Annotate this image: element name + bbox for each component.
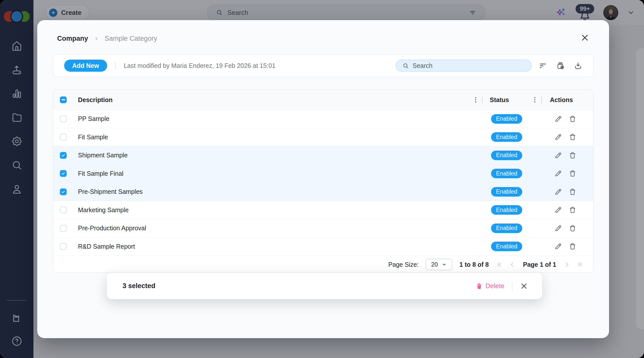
- page-size-select[interactable]: 20: [426, 259, 452, 270]
- row-checkbox[interactable]: [60, 225, 67, 232]
- next-page-button[interactable]: [563, 261, 571, 268]
- description-column-menu[interactable]: [472, 90, 479, 110]
- edit-row-button[interactable]: [554, 224, 562, 232]
- delete-row-button[interactable]: [569, 242, 577, 250]
- toolbar: Add New Last modified by Maria Enderez, …: [53, 54, 594, 77]
- app-window: + Create Search 99+: [0, 0, 644, 358]
- delete-row-button[interactable]: [569, 224, 577, 232]
- status-badge: Enabled: [491, 151, 522, 160]
- row-actions: [554, 219, 577, 237]
- trash-icon: [569, 169, 577, 177]
- edit-row-button[interactable]: [554, 115, 562, 123]
- modal-close-button[interactable]: [580, 33, 589, 42]
- breadcrumb: Company Sample Category: [57, 35, 157, 42]
- trash-icon: [569, 133, 577, 141]
- breadcrumb-company[interactable]: Company: [57, 35, 88, 42]
- previous-page-button[interactable]: [508, 261, 516, 268]
- row-description: Fit Sample: [78, 128, 108, 146]
- row-actions: [554, 146, 577, 164]
- add-new-button[interactable]: Add New: [64, 60, 107, 72]
- delete-row-button[interactable]: [569, 169, 577, 177]
- pencil-icon: [554, 169, 562, 177]
- row-description: Pre-Shipment Samples: [78, 183, 143, 201]
- table-search[interactable]: [396, 60, 532, 72]
- pencil-icon: [554, 133, 562, 141]
- pencil-icon: [554, 188, 562, 196]
- row-range-text: 1 to 8 of 8: [459, 261, 489, 268]
- table-row[interactable]: Pre-Production Approval Enabled: [53, 219, 593, 238]
- row-checkbox[interactable]: [60, 134, 67, 141]
- edit-row-button[interactable]: [554, 188, 562, 196]
- trash-icon: [569, 115, 577, 123]
- check-icon: [61, 153, 66, 158]
- row-checkbox[interactable]: [60, 243, 67, 250]
- row-actions: [554, 201, 577, 219]
- download-icon: [574, 61, 582, 70]
- column-header-actions: Actions: [550, 90, 573, 110]
- table-row[interactable]: PP Sample Enabled: [53, 110, 593, 128]
- delete-row-button[interactable]: [569, 115, 577, 123]
- indeterminate-mark: [62, 99, 65, 100]
- status-column-menu[interactable]: [531, 90, 539, 110]
- breadcrumb-current: Sample Category: [105, 35, 157, 42]
- edit-row-button[interactable]: [554, 151, 562, 159]
- delete-row-button[interactable]: [569, 133, 577, 141]
- row-checkbox[interactable]: [60, 152, 67, 159]
- table-row[interactable]: Marketing Sample Enabled: [53, 201, 593, 219]
- pencil-icon: [554, 242, 562, 250]
- saved-views-icon: [556, 61, 565, 70]
- table-row[interactable]: Pre-Shipment Samples Enabled: [53, 183, 593, 201]
- selection-count: 3 selected: [123, 282, 475, 290]
- table-row[interactable]: Fit Sample Enabled: [53, 128, 593, 147]
- page-indicator: Page 1 of 1: [523, 261, 556, 268]
- filter-button[interactable]: [539, 61, 547, 70]
- select-all-checkbox[interactable]: [60, 96, 67, 103]
- pencil-icon: [554, 206, 562, 214]
- status-badge: Enabled: [491, 223, 522, 233]
- row-description: PP Sample: [78, 110, 109, 128]
- row-actions: [554, 238, 577, 256]
- page-size-label: Page Size:: [388, 261, 419, 268]
- chevron-right-icon: [94, 36, 99, 41]
- table-search-input[interactable]: [413, 62, 518, 69]
- trash-icon: [475, 282, 483, 290]
- delete-row-button[interactable]: [569, 206, 577, 214]
- table-row[interactable]: Fit Sample Final Enabled: [53, 165, 593, 183]
- delete-row-button[interactable]: [569, 151, 577, 159]
- row-actions: [554, 110, 577, 128]
- saved-views-button[interactable]: [556, 61, 565, 70]
- table-row[interactable]: Shipment Sample Enabled: [53, 146, 593, 165]
- row-description: Shipment Sample: [78, 146, 128, 164]
- first-page-icon: [496, 261, 503, 268]
- download-button[interactable]: [574, 61, 582, 70]
- clear-selection-button[interactable]: [520, 282, 528, 290]
- edit-row-button[interactable]: [554, 242, 562, 250]
- selection-bar-divider: [512, 282, 512, 291]
- sample-category-table: Description Status Actions PP Sample Ena…: [53, 89, 594, 273]
- last-modified-text: Last modified by Maria Enderez, 19 Feb 2…: [124, 62, 275, 69]
- row-description: R&D Sample Report: [78, 238, 135, 256]
- delete-selected-button[interactable]: Delete: [475, 282, 504, 290]
- column-header-status: Status: [490, 90, 509, 110]
- edit-row-button[interactable]: [554, 206, 562, 214]
- row-description: Fit Sample Final: [78, 165, 124, 183]
- modal-header: Company Sample Category: [37, 20, 609, 54]
- row-checkbox[interactable]: [60, 188, 67, 195]
- last-page-icon: [576, 261, 583, 268]
- search-icon: [402, 62, 409, 69]
- table-row[interactable]: R&D Sample Report Enabled: [53, 238, 593, 256]
- last-page-button[interactable]: [576, 261, 583, 268]
- row-checkbox[interactable]: [60, 115, 67, 122]
- page-size-value: 20: [431, 261, 438, 268]
- row-checkbox[interactable]: [60, 170, 67, 177]
- table-body: PP Sample Enabled Fit Sample Enabled: [53, 110, 593, 256]
- pencil-icon: [554, 151, 562, 159]
- filter-lines-icon: [539, 61, 547, 70]
- row-actions: [554, 183, 577, 201]
- delete-row-button[interactable]: [569, 188, 577, 196]
- edit-row-button[interactable]: [554, 133, 562, 141]
- first-page-button[interactable]: [496, 261, 503, 268]
- row-checkbox[interactable]: [60, 207, 67, 213]
- edit-row-button[interactable]: [554, 169, 562, 177]
- pagination-nav: Page 1 of 1: [496, 261, 583, 268]
